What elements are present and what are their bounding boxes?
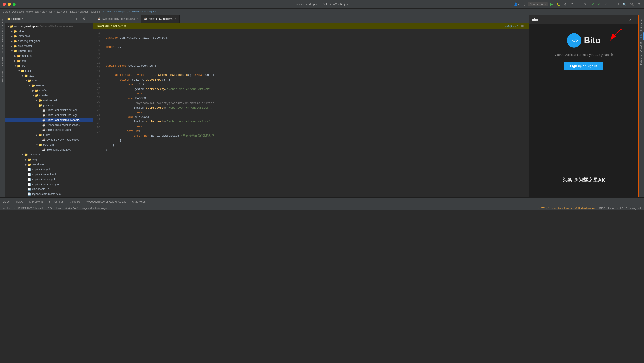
tabs-more-btn[interactable]: ⋯ <box>521 17 527 21</box>
tree-item-autoregister[interactable]: ▶ 📂 auto-register-gmail <box>6 39 92 44</box>
tab-seleniumconfig[interactable]: ☕ SeleniumConfig.java ✕ <box>141 15 180 23</box>
tree-item-financenbd[interactable]: ☕ FinanceNbdPageProcesso... <box>6 123 92 127</box>
vcs-icon[interactable]: 👤▾ <box>513 2 520 7</box>
tree-item-src[interactable]: ▼ 📁 src <box>6 63 92 68</box>
push-icon[interactable]: ↑ <box>610 2 614 7</box>
tree-item-appyml[interactable]: 📄 application.yml <box>6 167 92 172</box>
breadcrumb-selenium[interactable]: selenium <box>90 10 100 13</box>
breadcrumb-com[interactable]: com <box>63 10 68 13</box>
setup-sdk-btn[interactable]: Setup SDK <box>504 25 518 28</box>
branch-icon[interactable]: ⎇ <box>603 2 608 7</box>
breadcrumb-app[interactable]: crawler-app <box>26 10 39 13</box>
tree-item-chinaeconomicfund[interactable]: ☕ ChinaEconomicFundPageP... <box>6 113 92 118</box>
tree-item-mapper[interactable]: ▶ 📂 mapper <box>6 157 92 162</box>
breadcrumb-seleniumconfig[interactable]: ⚙ SeleniumConfig <box>103 10 124 13</box>
tree-item-chinaeconomicinsurance[interactable]: ☕ ChinaEconomicInsuranceP... <box>6 118 92 123</box>
bottom-bar-problems[interactable]: ⚠ Problems <box>28 200 44 203</box>
tree-item-workspace[interactable]: ▼ 📁 crawler_workspace /Volumes/数据盘 /java… <box>6 24 92 29</box>
run-icon[interactable]: ▶ <box>549 2 554 7</box>
back-icon[interactable]: ◁ <box>522 2 526 7</box>
tree-item-metadata[interactable]: ▶ 📂 .metadata <box>6 34 92 39</box>
tree-item-dynamicproxy[interactable]: ☕ DynamicProxyProvider.java <box>6 137 92 142</box>
tree-item-webdriver[interactable]: ▶ 📂 webdriver <box>6 162 92 167</box>
right-strip-notifications[interactable]: Notifications <box>639 17 644 32</box>
status-aws[interactable]: ⚠ AWS: 2 Connections Expired <box>538 207 572 210</box>
tab-close-active-btn[interactable]: ✕ <box>175 18 177 21</box>
tree-item-crawler[interactable]: ▼ 📁 crawler <box>6 93 92 98</box>
left-strip-aws[interactable]: AWS Toolkit <box>1 69 4 84</box>
bottom-bar-todo[interactable]: TODO <box>14 200 24 203</box>
maximize-button[interactable] <box>12 3 16 6</box>
breadcrumb-src[interactable]: src <box>42 10 45 13</box>
tab-close-btn[interactable]: ✕ <box>136 17 138 20</box>
tree-item-settings[interactable]: ▶ 📂 .settings <box>6 53 92 58</box>
bito-settings-icon[interactable]: ⚙ <box>628 18 631 21</box>
tree-item-selenium-folder[interactable]: ▼ 📁 selenium <box>6 142 92 147</box>
status-encoding[interactable]: UTF-8 <box>598 207 605 210</box>
tree-item-cmpmaster[interactable]: ▶ 📂 cmp-master <box>6 44 92 49</box>
settings-icon[interactable]: ⚙ <box>636 2 641 7</box>
checkmark-icon[interactable]: ✓ <box>591 2 595 7</box>
profile-icon[interactable]: ⏱ <box>569 2 574 7</box>
tree-item-main[interactable]: ▼ 📁 main <box>6 68 92 73</box>
debug-icon[interactable]: 🐛 <box>556 2 561 7</box>
tree-item-appdev[interactable]: 📄 application-dev.yml <box>6 177 92 182</box>
tree-item-appconf[interactable]: 📄 application-conf.yml <box>6 172 92 177</box>
settings-btn[interactable]: ⚙ <box>82 17 86 21</box>
minimize-button[interactable] <box>8 3 11 6</box>
tree-item-seleniumconfig[interactable]: ☕ SeleniumConfig.java <box>6 147 92 152</box>
plugins-icon[interactable]: 🔌 <box>629 2 635 7</box>
breadcrumb-main[interactable]: main <box>48 10 53 13</box>
locate-file-btn[interactable]: ◎ <box>78 17 82 21</box>
bottom-bar-git[interactable]: ⎇ Git <box>2 200 11 203</box>
breadcrumb-java[interactable]: java <box>56 10 60 13</box>
tree-item-config[interactable]: ▶ 📂 config <box>6 88 92 93</box>
collapse-all-btn[interactable]: ⊟ <box>74 17 77 21</box>
right-strip-database[interactable]: Database <box>639 53 644 67</box>
right-strip-codegpt[interactable]: CodeGPT <box>639 40 644 53</box>
coverage-icon[interactable]: ⊙ <box>563 2 568 7</box>
tree-item-resources[interactable]: ▼ 📁 resources <box>6 152 92 157</box>
bottom-bar-services[interactable]: ⚙ Services <box>131 200 146 203</box>
tree-item-com[interactable]: ▼ 📂 com <box>6 78 92 83</box>
breadcrumb-method[interactable]: ⬡ initialSeleniumClasspath <box>126 10 156 13</box>
right-strip-bito[interactable]: Bito <box>639 32 644 40</box>
breadcrumb-crawler[interactable]: crawler <box>80 10 88 13</box>
left-strip-structure[interactable]: Structure <box>1 44 4 56</box>
tree-item-chinaeconomicbank[interactable]: ☕ ChinaEconomicBankPageP... <box>6 108 92 113</box>
more-run-icon[interactable]: ⋯ <box>576 2 581 7</box>
hide-btn[interactable]: — <box>87 17 91 21</box>
status-codewhisperer[interactable]: ⚠ CodeWhisperer <box>575 207 595 210</box>
tree-item-customized[interactable]: ▶ 📂 customized <box>6 98 92 103</box>
tree-item-processor[interactable]: ▼ 📁 processor <box>6 103 92 108</box>
tree-item-seleniumspider[interactable]: ☕ SeleniumSpider.java <box>6 127 92 132</box>
left-strip-pull-requests[interactable]: Pull Requests <box>1 27 4 44</box>
run-config[interactable]: Current File ▾ <box>528 2 548 6</box>
editor-code[interactable]: package com.kusafe.crawler.selenium; imp… <box>103 29 529 197</box>
tree-item-idea[interactable]: ▶ 📂 .idea <box>6 29 92 34</box>
bottom-bar-terminal[interactable]: ▶_ Terminal <box>48 200 64 203</box>
revert-icon[interactable]: ↺ <box>616 2 620 7</box>
tab-dynamicproxyprovider[interactable]: ☕ DynamicProxyProvider.java ✕ <box>95 15 141 23</box>
tree-item-kusafe[interactable]: ▼ 📂 kusafe <box>6 83 92 88</box>
bito-signin-button[interactable]: Sign up or Sign-in <box>564 62 604 70</box>
tree-item-proxy[interactable]: ▶ 📂 proxy <box>6 132 92 137</box>
breadcrumb-workspace[interactable]: crawler_workspace <box>3 10 24 13</box>
tree-item-appservice[interactable]: 📄 application-service.yml <box>6 182 92 187</box>
tree-item-logs[interactable]: ▶ 📂 logs <box>6 58 92 63</box>
tree-item-cmplic[interactable]: 📄 cmp-master.lic <box>6 187 92 192</box>
tree-item-logback[interactable]: 📄 logback-cmp-master.xml <box>6 192 92 197</box>
left-strip-commit[interactable]: Commit <box>1 17 4 27</box>
breadcrumb-kusafe[interactable]: kusafe <box>70 10 77 13</box>
search-icon[interactable]: 🔍 <box>622 2 628 7</box>
status-spaces[interactable]: 4 spaces <box>608 207 618 210</box>
close-button[interactable] <box>3 3 6 6</box>
check2-icon[interactable]: ✓ <box>597 2 602 7</box>
bito-close-icon[interactable]: — <box>633 18 636 21</box>
bottom-bar-profiler[interactable]: ⏱ Profiler <box>68 200 82 203</box>
status-rebasing[interactable]: Rebasing main <box>626 207 642 210</box>
status-lf[interactable]: LF <box>620 207 623 210</box>
bottom-bar-codewhisperer[interactable]: ◎ CodeWhisperer Reference Log <box>86 200 127 203</box>
tree-item-java[interactable]: ▼ 📁 java <box>6 73 92 78</box>
tree-item-crawlerapp[interactable]: ▼ 📁 crawler-app <box>6 49 92 53</box>
